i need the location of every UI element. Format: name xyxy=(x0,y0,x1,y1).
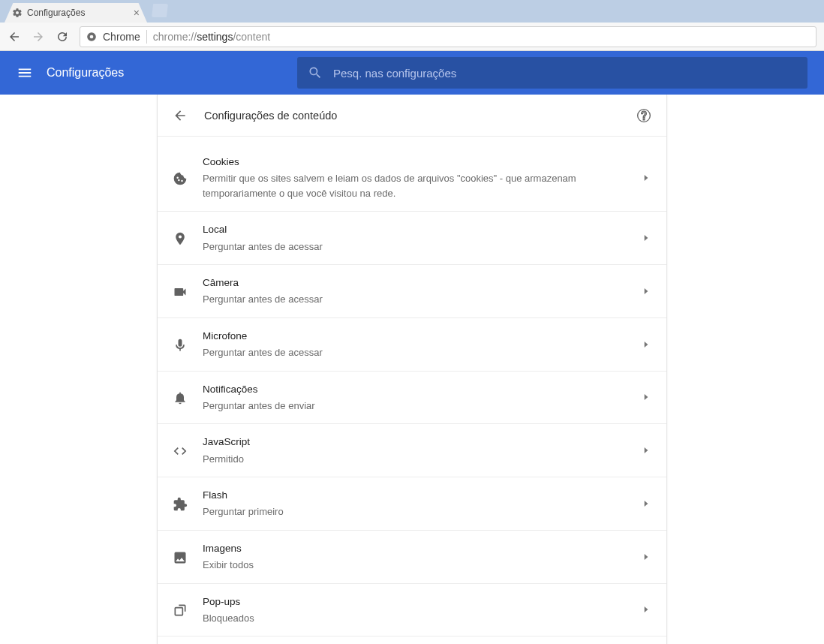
settings-search[interactable] xyxy=(297,57,807,89)
row-background-sync[interactable]: Sincronização em segundo plano Permitir … xyxy=(158,636,666,644)
bell-icon xyxy=(173,390,188,405)
row-subtitle: Perguntar antes de enviar xyxy=(203,399,626,414)
back-button[interactable] xyxy=(8,30,21,44)
row-javascript[interactable]: JavaScript Permitido xyxy=(158,424,666,477)
cookie-icon xyxy=(173,171,188,186)
row-notifications[interactable]: Notificações Perguntar antes de enviar xyxy=(158,372,666,425)
svg-point-1 xyxy=(90,35,94,38)
row-cookies[interactable]: Cookies Permitir que os sites salvem e l… xyxy=(158,144,666,212)
chevron-right-icon xyxy=(641,498,651,509)
image-icon xyxy=(173,550,188,565)
omnibox[interactable]: Chrome chrome://settings/content xyxy=(80,26,816,47)
browser-tabstrip: Configurações × xyxy=(0,0,824,23)
settings-title: Configurações xyxy=(47,66,124,80)
back-arrow-icon[interactable] xyxy=(173,108,188,123)
chevron-right-icon xyxy=(641,604,651,615)
row-title: Imagens xyxy=(203,541,626,556)
row-title: Cookies xyxy=(203,155,626,170)
search-icon xyxy=(308,65,323,80)
row-images[interactable]: Imagens Exibir todos xyxy=(158,531,666,584)
row-subtitle: Perguntar primeiro xyxy=(203,504,626,519)
omnibox-url: chrome://settings/content xyxy=(153,31,270,43)
popup-icon xyxy=(173,603,188,618)
microphone-icon xyxy=(173,338,188,353)
row-subtitle: Permitir que os sites salvem e leiam os … xyxy=(203,171,626,200)
chevron-right-icon xyxy=(641,173,651,183)
row-popups[interactable]: Pop-ups Bloqueados xyxy=(158,584,666,637)
code-icon xyxy=(173,444,188,459)
row-subtitle: Exibir todos xyxy=(203,558,626,573)
settings-stage: Configurações de conteúdo Cookies Permit… xyxy=(0,95,824,644)
row-title: Flash xyxy=(203,488,626,503)
location-icon xyxy=(173,231,188,246)
menu-icon[interactable] xyxy=(17,65,33,81)
row-flash[interactable]: Flash Perguntar primeiro xyxy=(158,477,666,531)
chevron-right-icon xyxy=(641,552,651,562)
chevron-right-icon xyxy=(641,445,651,456)
tab-title: Configurações xyxy=(27,8,85,18)
row-title: Microfone xyxy=(203,329,626,344)
settings-header: Configurações xyxy=(0,51,824,95)
row-title: JavaScript xyxy=(203,435,626,450)
row-title: Pop-ups xyxy=(203,594,626,609)
chevron-right-icon xyxy=(641,339,651,350)
row-title: Câmera xyxy=(203,275,626,290)
content-settings-card: Configurações de conteúdo Cookies Permit… xyxy=(157,95,667,644)
forward-button[interactable] xyxy=(32,30,45,44)
chevron-right-icon xyxy=(641,392,651,402)
row-subtitle: Permitido xyxy=(203,452,626,467)
card-header: Configurações de conteúdo xyxy=(158,95,666,137)
row-subtitle: Perguntar antes de acessar xyxy=(203,292,626,307)
omnibox-divider xyxy=(146,30,147,44)
row-location[interactable]: Local Perguntar antes de acessar xyxy=(158,212,666,265)
puzzle-icon xyxy=(173,497,188,512)
close-icon[interactable]: × xyxy=(134,8,140,18)
chevron-right-icon xyxy=(641,233,651,243)
row-microphone[interactable]: Microfone Perguntar antes de acessar xyxy=(158,318,666,372)
reload-button[interactable] xyxy=(56,30,69,44)
page-title: Configurações de conteúdo xyxy=(204,110,337,122)
browser-toolbar: Chrome chrome://settings/content xyxy=(0,23,824,51)
row-subtitle: Bloqueados xyxy=(203,611,626,626)
browser-tab[interactable]: Configurações × xyxy=(5,3,147,23)
row-title: Notificações xyxy=(203,382,626,397)
help-icon[interactable] xyxy=(636,108,651,123)
gear-icon xyxy=(12,8,23,18)
omnibox-scheme-label: Chrome xyxy=(103,31,140,43)
new-tab-button[interactable] xyxy=(152,4,168,17)
row-camera[interactable]: Câmera Perguntar antes de acessar xyxy=(158,265,666,318)
settings-search-input[interactable] xyxy=(333,67,797,80)
row-title: Local xyxy=(203,222,626,237)
row-subtitle: Perguntar antes de acessar xyxy=(203,239,626,254)
chevron-right-icon xyxy=(641,286,651,296)
camera-icon xyxy=(173,284,188,299)
chrome-badge-icon xyxy=(86,32,97,42)
row-subtitle: Perguntar antes de acessar xyxy=(203,345,626,360)
